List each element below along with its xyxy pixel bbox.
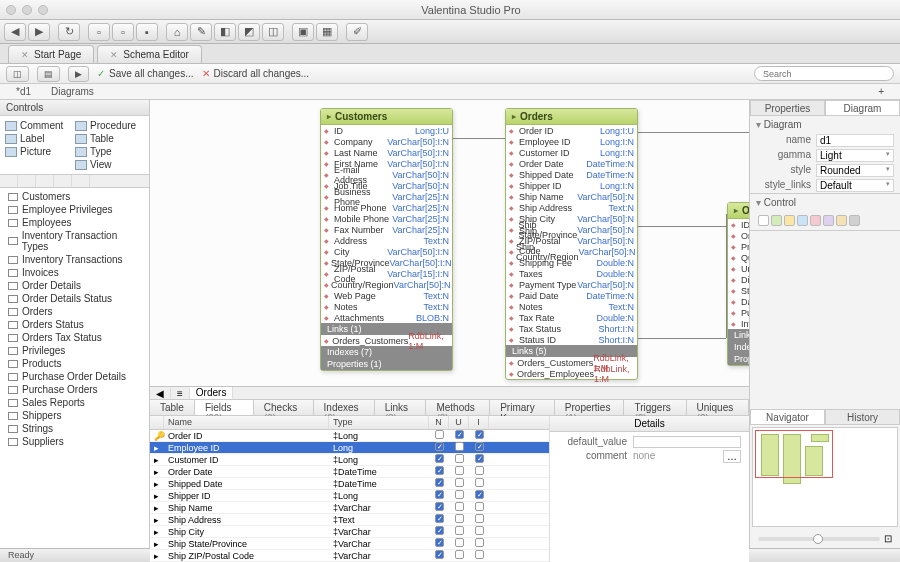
table-list-item[interactable]: Inventory Transaction Types <box>0 229 149 253</box>
view-mode-2[interactable]: ▤ <box>37 66 60 82</box>
color-palette[interactable] <box>750 211 900 230</box>
field-grid-row[interactable]: ▸Ship ZIP/Postal Code‡VarChar <box>150 550 549 562</box>
table-list-item[interactable]: Orders Status <box>0 318 149 331</box>
control-item[interactable]: Label <box>3 132 73 145</box>
open-button[interactable]: ▫ <box>112 23 134 41</box>
entity-tab[interactable]: Uniques (0) <box>687 400 749 415</box>
field-row[interactable]: ◆Shipping FeeDouble:N <box>506 257 637 268</box>
field-row[interactable]: ◆Order IDLong:I:U <box>506 125 637 136</box>
home-button[interactable]: ⌂ <box>166 23 188 41</box>
table-list-item[interactable]: Suppliers <box>0 435 149 448</box>
entity-order-details[interactable]: Order Details ◆IDLong:I:U◆Order IDLong:I… <box>727 202 749 366</box>
field-grid-row[interactable]: ▸Ship City‡VarChar <box>150 526 549 538</box>
entity-tab[interactable]: Properties (1) <box>555 400 625 415</box>
table-list-item[interactable]: Strings <box>0 422 149 435</box>
table-list-item[interactable]: Privileges <box>0 344 149 357</box>
default-value-input[interactable] <box>633 436 741 448</box>
entity-tab[interactable]: Primary Key <box>490 400 555 415</box>
field-row[interactable]: ◆IDLong:I:U <box>321 125 452 136</box>
table-list-item[interactable]: Purchase Order Details <box>0 370 149 383</box>
field-row[interactable]: ◆Home PhoneVarChar[25]:N <box>321 202 452 213</box>
field-row[interactable]: ◆E-mail AddressVarChar[50]:N <box>321 169 452 180</box>
field-row[interactable]: ◆Inventory IDLong:N <box>728 318 749 329</box>
table-list-item[interactable]: Products <box>0 357 149 370</box>
prop-gamma[interactable]: Light <box>816 149 894 162</box>
field-row[interactable]: ◆Shipper IDLong:I:N <box>506 180 637 191</box>
doc-tab[interactable]: *d1 <box>6 86 41 97</box>
entity-tab[interactable]: Indexes (6) <box>314 400 375 415</box>
field-row[interactable]: ◆Fax NumberVarChar[25]:N <box>321 224 452 235</box>
tab-schema-editor[interactable]: ✕Schema Editor <box>97 45 202 63</box>
field-row[interactable]: ◆DiscountDouble <box>728 274 749 285</box>
field-row[interactable]: ◆Purchase Order IDLong:N <box>728 307 749 318</box>
nav-back[interactable]: ◀ <box>150 388 171 399</box>
control-item[interactable]: Comment <box>3 119 73 132</box>
field-row[interactable]: ◆Paid DateDateTime:N <box>506 290 637 301</box>
table-list-item[interactable]: Employees <box>0 216 149 229</box>
close-icon[interactable] <box>6 5 16 15</box>
field-row[interactable]: ◆Shipped DateDateTime:N <box>506 169 637 180</box>
field-grid-row[interactable]: ▸Ship Address‡Text <box>150 514 549 526</box>
table-list-item[interactable]: Shippers <box>0 409 149 422</box>
save-all-button[interactable]: ✓Save all changes... <box>97 68 194 79</box>
field-grid-row[interactable]: ▸Customer ID‡Long <box>150 454 549 466</box>
table-list-item[interactable]: Purchase Orders <box>0 383 149 396</box>
entity-tab[interactable]: Checks (0) <box>254 400 314 415</box>
field-grid-row[interactable]: ▸Ship Name‡VarChar <box>150 502 549 514</box>
tab-start-page[interactable]: ✕Start Page <box>8 45 94 63</box>
tab-navigator[interactable]: Navigator <box>750 409 825 425</box>
table-list-item[interactable]: Orders Tax Status <box>0 331 149 344</box>
table-list-item[interactable]: Employee Privileges <box>0 203 149 216</box>
field-row[interactable]: ◆Business PhoneVarChar[25]:N <box>321 191 452 202</box>
field-grid-row[interactable]: ▸Ship State/Province‡VarChar <box>150 538 549 550</box>
entity-tab[interactable]: Fields (20) <box>195 400 254 415</box>
table-list-item[interactable]: Sales Reports <box>0 396 149 409</box>
control-item[interactable]: Type <box>73 145 143 158</box>
group-diagram[interactable]: Diagram <box>750 116 900 133</box>
field-row[interactable]: ◆Tax StatusShort:I:N <box>506 323 637 334</box>
add-tab-icon[interactable]: + <box>868 86 894 97</box>
field-row[interactable]: ◆Product IDLong:I:N <box>728 241 749 252</box>
tool-button[interactable]: ▶ <box>68 66 89 82</box>
field-row[interactable]: ◆AddressText:N <box>321 235 452 246</box>
tool-button-4[interactable]: ◫ <box>262 23 284 41</box>
field-row[interactable]: ◆Tax RateDouble:N <box>506 312 637 323</box>
field-row[interactable]: ◆Unit PriceDouble:N <box>728 263 749 274</box>
table-list-item[interactable]: Customers <box>0 190 149 203</box>
field-row[interactable]: ◆ZIP/Postal CodeVarChar[15]:I:N <box>321 268 452 279</box>
table-list-item[interactable]: Orders <box>0 305 149 318</box>
field-row[interactable]: ◆Status IDShort:I:N <box>506 334 637 345</box>
table-list-item[interactable]: Inventory Transactions <box>0 253 149 266</box>
field-row[interactable]: ◆Ship AddressText:N <box>506 202 637 213</box>
field-row[interactable]: ◆CompanyVarChar[50]:I:N <box>321 136 452 147</box>
entity-orders[interactable]: Orders ◆Order IDLong:I:U◆Employee IDLong… <box>505 108 638 380</box>
entity-header[interactable]: Customers <box>321 109 452 125</box>
entity-header[interactable]: Orders <box>506 109 637 125</box>
tab-history[interactable]: History <box>825 409 900 425</box>
comment-expand-button[interactable]: … <box>723 450 741 463</box>
control-item[interactable]: View <box>73 158 143 171</box>
nav-list[interactable]: ≡ <box>171 388 190 399</box>
tool-button-2[interactable]: ◧ <box>214 23 236 41</box>
control-item[interactable]: Procedure <box>73 119 143 132</box>
table-list-item[interactable]: Order Details Status <box>0 292 149 305</box>
zoom-icon[interactable] <box>38 5 48 15</box>
entity-header[interactable]: Order Details <box>728 203 749 219</box>
field-row[interactable]: ◆Ship Country/RegionVarChar[50]:N <box>506 246 637 257</box>
prop-name[interactable]: d1 <box>816 134 894 147</box>
field-row[interactable]: ◆Ship NameVarChar[50]:N <box>506 191 637 202</box>
field-row[interactable]: ◆CityVarChar[50]:I:N <box>321 246 452 257</box>
zoom-slider[interactable] <box>758 537 880 541</box>
field-row[interactable]: ◆TaxesDouble:N <box>506 268 637 279</box>
field-grid-row[interactable]: ▸Shipped Date‡DateTime <box>150 478 549 490</box>
field-row[interactable]: ◆IDLong:I:U <box>728 219 749 230</box>
group-control[interactable]: Control <box>750 194 900 211</box>
field-row[interactable]: ◆Payment TypeVarChar[50]:N <box>506 279 637 290</box>
new-button[interactable]: ▫ <box>88 23 110 41</box>
field-row[interactable]: ◆QuantityDouble <box>728 252 749 263</box>
field-row[interactable]: ◆Order DateDateTime:N <box>506 158 637 169</box>
field-row[interactable]: ◆Mobile PhoneVarChar[25]:N <box>321 213 452 224</box>
view-mode-1[interactable]: ◫ <box>6 66 29 82</box>
current-entity[interactable]: Orders <box>190 387 234 399</box>
tool-button-3[interactable]: ◩ <box>238 23 260 41</box>
